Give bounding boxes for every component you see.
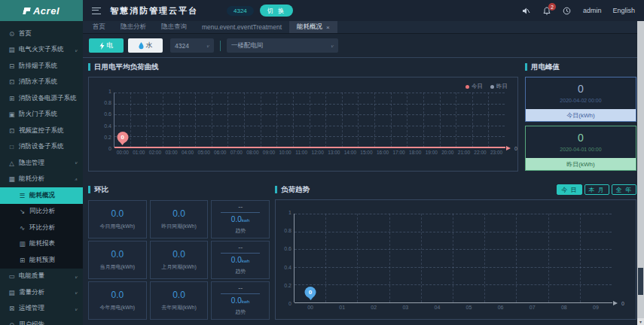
peak-value-panel: 用电峰值 0 2020-04-02 00:00 今日(kWh) 0 2020-0… bbox=[525, 63, 636, 171]
sidebar-item-hazard-management[interactable]: △隐患管理∨ bbox=[0, 155, 83, 172]
app-root: Acrel 智慧消防管理云平台 4324 切 换 2 admin English bbox=[0, 0, 644, 325]
tab-home[interactable]: 首页 bbox=[85, 21, 113, 33]
hazard-warning-icon: △ bbox=[8, 159, 16, 167]
filter-divider bbox=[220, 41, 221, 51]
stat-card-year-trend: --0.0kwh趋势 bbox=[211, 281, 270, 320]
sidebar-item-electric-fire-subsystem[interactable]: ▤电气火灾子系统∨ bbox=[0, 42, 83, 59]
sidebar-item-video-monitor-subsystem[interactable]: ⊡视频监控子系统 bbox=[0, 123, 83, 139]
range-today-button[interactable]: 今 日 bbox=[557, 184, 581, 195]
sidebar-item-home[interactable]: ⊙首页 bbox=[0, 26, 83, 42]
sidebar-item-fire-equipment-power-subsystem[interactable]: ⊞消防设备电源子系统 bbox=[0, 90, 83, 107]
legend-today[interactable]: 今日 bbox=[465, 83, 483, 90]
history-clock-icon[interactable] bbox=[563, 6, 572, 15]
sidebar-item-fire-equipment-subsystem[interactable]: □消防设备子系统 bbox=[0, 139, 83, 156]
main-content: 首页 隐患分析 隐患查询 menu.event.eventTreatment 能… bbox=[83, 21, 637, 325]
axis-arrow-icon bbox=[613, 301, 618, 305]
sidebar-item-fire-door-subsystem[interactable]: ▣防火门子系统 bbox=[0, 107, 83, 123]
page-scrollbar[interactable]: ▾ bbox=[637, 21, 644, 325]
load-trend-chart: 10.80.60.40.20 00010203040506070809 0 0 bbox=[275, 199, 636, 320]
scroll-down-button[interactable]: ▾ bbox=[637, 318, 644, 325]
peak-card-label: 昨日(kWh) bbox=[526, 158, 636, 170]
forecast-icon: ⊞ bbox=[18, 257, 26, 264]
sidebar-item-mom-analysis[interactable]: ∿环比分析 bbox=[0, 220, 83, 236]
sidebar-item-yoy-analysis[interactable]: ↘同比分析 bbox=[0, 204, 83, 220]
chevron-down-icon: ∨ bbox=[206, 43, 209, 47]
chevron-down-icon: ∨ bbox=[330, 43, 334, 47]
sidebar-item-energy-report[interactable]: ▥能耗报表 bbox=[0, 236, 83, 253]
peak-timestamp: 2020-04-02 00:00 bbox=[526, 98, 636, 103]
data-point-marker: 0 bbox=[305, 287, 316, 298]
fire-door-icon: ▣ bbox=[8, 111, 16, 118]
tab-energy-overview[interactable]: 能耗概况× bbox=[289, 21, 337, 33]
brand-name: Acrel bbox=[33, 5, 60, 17]
brand-logo[interactable]: Acrel bbox=[0, 0, 83, 21]
x-axis-labels: 00:0001:0002:0003:0004:0005:0006:0007:00… bbox=[114, 150, 505, 155]
energy-analysis-submenu: ☰能耗概况 ↘同比分析 ∿环比分析 ▥能耗报表 ⊞能耗预测 bbox=[0, 187, 83, 269]
horizontal-gridlines bbox=[295, 214, 612, 302]
legend-yesterday[interactable]: 昨日 bbox=[490, 83, 508, 90]
mute-speaker-icon[interactable] bbox=[522, 6, 531, 15]
power-quality-icon: ▭ bbox=[8, 272, 16, 280]
alarm-count-badge: 2 bbox=[548, 3, 556, 11]
lightning-icon bbox=[99, 42, 105, 50]
daily-load-curve-panel: 日用电平均负荷曲线 今日 昨日 10.80.60.40.20 00:0001:0… bbox=[88, 63, 518, 172]
stat-card-month-usage: 0.0当月用电(kWh) bbox=[88, 241, 147, 279]
tab-event-treatment[interactable]: menu.event.eventTreatment bbox=[194, 21, 289, 33]
axis-arrow-icon bbox=[506, 146, 511, 150]
stat-card-last-month-usage: 0.0上月同期(kWh) bbox=[150, 241, 209, 279]
water-toggle-button[interactable]: 水 bbox=[128, 38, 163, 53]
sidebar: ⊙首页 ▤电气火灾子系统∨ ⊟防排烟子系统 ⊡消防水子系统 ⊞消防设备电源子系统… bbox=[0, 21, 83, 325]
sidebar-item-power-quality[interactable]: ▭电能质量∨ bbox=[0, 269, 83, 285]
ring-comparison-panel: 环比 0.0今日用电(kWh) 0.0昨日同期(kWh) --0.0kwh趋势 … bbox=[88, 186, 270, 320]
vertical-gridlines bbox=[295, 214, 612, 302]
x-axis-labels: 00010203040506070809 bbox=[295, 305, 612, 310]
sidebar-item-energy-analysis[interactable]: ▦能耗分析∧ bbox=[0, 172, 83, 188]
alarm-bell-icon[interactable]: 2 bbox=[542, 6, 551, 15]
legend-dot-icon bbox=[465, 85, 469, 89]
sidebar-item-demand-analysis[interactable]: ▤需量分析∨ bbox=[0, 284, 83, 301]
range-year-button[interactable]: 全 年 bbox=[612, 184, 636, 195]
wave-icon: ∿ bbox=[18, 224, 26, 232]
tab-hazard-query[interactable]: 隐患查询 bbox=[154, 21, 194, 33]
today-series-line bbox=[295, 302, 612, 304]
sidebar-item-energy-forecast[interactable]: ⊞能耗预测 bbox=[0, 252, 83, 269]
bar-chart-icon: ▥ bbox=[18, 240, 26, 248]
header-bar: 智慧消防管理云平台 4324 切 换 2 admin English bbox=[83, 0, 644, 21]
peak-value: 0 bbox=[526, 83, 636, 95]
user-report-icon: ⊙ bbox=[8, 321, 16, 325]
ring-comparison-grid: 0.0今日用电(kWh) 0.0昨日同期(kWh) --0.0kwh趋势 0.0… bbox=[88, 200, 270, 320]
peak-card-label: 今日(kWh) bbox=[526, 109, 636, 121]
horizontal-gridlines bbox=[114, 93, 505, 147]
panel-title: 环比 bbox=[88, 186, 270, 193]
device-select[interactable]: 4324∨ bbox=[170, 38, 214, 53]
energy-analysis-icon: ▦ bbox=[8, 175, 16, 183]
user-menu[interactable]: admin bbox=[583, 7, 602, 14]
range-month-button[interactable]: 本 月 bbox=[584, 184, 609, 195]
top-header: Acrel 智慧消防管理云平台 4324 切 换 2 admin English bbox=[0, 0, 644, 21]
list-icon: ☰ bbox=[18, 192, 26, 199]
sidebar-item-smoke-exhaust-subsystem[interactable]: ⊟防排烟子系统 bbox=[0, 58, 83, 74]
peak-value: 0 bbox=[526, 132, 636, 144]
sidebar-item-fire-water-subsystem[interactable]: ⊡消防水子系统 bbox=[0, 74, 83, 91]
close-tab-icon[interactable]: × bbox=[326, 24, 330, 31]
electric-toggle-button[interactable]: 电 bbox=[89, 38, 124, 53]
chevron-down-icon: ∨ bbox=[75, 306, 78, 311]
scrollbar-thumb[interactable] bbox=[638, 268, 643, 295]
stat-card-last-year-usage: 0.0去年同期(kWh) bbox=[150, 281, 209, 320]
tab-hazard-analysis[interactable]: 隐患分析 bbox=[113, 21, 154, 33]
panel-title: 日用电平均负荷曲线 bbox=[88, 63, 518, 71]
room-select[interactable]: 一楼配电间∨ bbox=[227, 38, 338, 53]
panel-title: 负荷趋势 bbox=[275, 186, 310, 193]
sidebar-item-operation-management[interactable]: ⊠运维管理∨ bbox=[0, 301, 83, 317]
today-series-line bbox=[114, 147, 505, 148]
chevron-down-icon: ∨ bbox=[75, 274, 78, 278]
sidebar-item-user-report[interactable]: ⊙用户报告 bbox=[0, 317, 83, 325]
sidebar-item-energy-overview[interactable]: ☰能耗概况 bbox=[0, 187, 83, 204]
collapse-menu-icon[interactable] bbox=[92, 8, 101, 14]
demand-analysis-icon: ▤ bbox=[8, 289, 16, 296]
switch-button[interactable]: 切 换 bbox=[260, 5, 293, 17]
tab-bar: 首页 隐患分析 隐患查询 menu.event.eventTreatment 能… bbox=[83, 21, 637, 34]
trend-line-icon: ↘ bbox=[18, 208, 26, 215]
vertical-gridlines bbox=[114, 93, 505, 147]
language-switch[interactable]: English bbox=[612, 7, 635, 14]
